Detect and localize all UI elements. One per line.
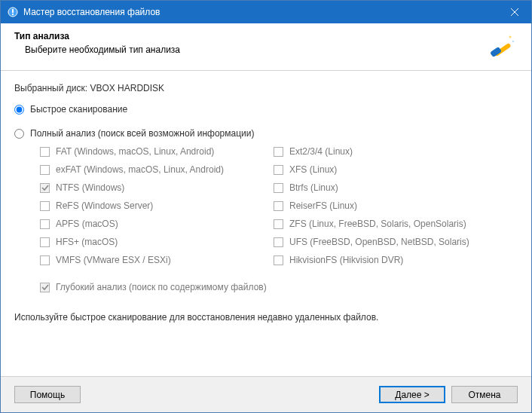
filesystem-label: exFAT (Windows, macOS, Linux, Android) (56, 164, 224, 175)
wizard-icon (488, 31, 518, 61)
deep-analysis-option[interactable]: Глубокий анализ (поиск по содержимому фа… (40, 282, 518, 292)
filesystem-label: ReFS (Windows Server) (56, 200, 153, 211)
selected-disk-label: Выбранный диск: VBOX HARDDISK (14, 83, 518, 93)
filesystem-checkbox[interactable] (274, 147, 283, 157)
filesystem-option[interactable]: XFS (Linux) (274, 164, 507, 175)
filesystem-label: Btrfs (Linux) (289, 182, 338, 193)
filesystem-checkbox[interactable] (274, 237, 283, 247)
svg-rect-6 (490, 47, 502, 58)
filesystem-label: FAT (Windows, macOS, Linux, Android) (56, 146, 214, 157)
page-title: Тип анализа (14, 31, 488, 41)
filesystem-label: UFS (FreeBSD, OpenBSD, NetBSD, Solaris) (289, 237, 469, 247)
help-button[interactable]: Помощь (14, 386, 81, 403)
filesystem-option[interactable]: HFS+ (macOS) (40, 237, 274, 247)
filesystem-checkbox[interactable] (274, 165, 283, 175)
filesystem-checkbox[interactable] (274, 255, 283, 265)
filesystem-option[interactable]: APFS (macOS) (40, 219, 274, 229)
svg-point-7 (509, 36, 512, 38)
filesystem-option[interactable]: NTFS (Windows) (40, 182, 274, 193)
filesystem-checkbox[interactable] (274, 219, 283, 229)
filesystem-checkbox[interactable] (40, 219, 50, 229)
filesystem-option[interactable]: ZFS (Linux, FreeBSD, Solaris, OpenSolari… (274, 219, 507, 229)
filesystem-option[interactable]: Ext2/3/4 (Linux) (274, 146, 507, 157)
deep-analysis-checkbox[interactable] (40, 283, 50, 292)
filesystem-checkbox[interactable] (40, 147, 50, 157)
filesystem-option[interactable]: FAT (Windows, macOS, Linux, Android) (40, 146, 274, 157)
filesystem-label: NTFS (Windows) (56, 182, 124, 193)
svg-point-8 (512, 41, 514, 42)
filesystem-option[interactable]: exFAT (Windows, macOS, Linux, Android) (40, 164, 274, 175)
filesystem-label: XFS (Linux) (289, 164, 337, 175)
filesystem-checkbox[interactable] (40, 201, 50, 211)
close-button[interactable] (497, 1, 531, 23)
filesystem-label: APFS (macOS) (56, 219, 118, 229)
wizard-content: Выбранный диск: VBOX HARDDISK Быстрое ск… (1, 71, 531, 376)
filesystem-column-left: FAT (Windows, macOS, Linux, Android)exFA… (40, 146, 274, 273)
scan-quick-radio[interactable] (14, 105, 24, 115)
filesystem-option[interactable]: ReFS (Windows Server) (40, 200, 274, 211)
scan-full-option[interactable]: Полный анализ (поиск всей возможной инфо… (14, 128, 518, 139)
wizard-footer: Помощь Далее > Отмена (1, 376, 531, 412)
window-title: Мастер восстановления файлов (23, 7, 497, 17)
cancel-button[interactable]: Отмена (451, 386, 518, 403)
wizard-header: Тип анализа Выберите необходимый тип ана… (1, 23, 531, 71)
scan-quick-option[interactable]: Быстрое сканирование (14, 104, 518, 115)
scan-full-radio[interactable] (14, 129, 24, 139)
filesystem-grid: FAT (Windows, macOS, Linux, Android)exFA… (40, 146, 507, 273)
filesystem-label: VMFS (VMware ESX / ESXi) (56, 255, 171, 265)
filesystem-checkbox[interactable] (274, 201, 283, 211)
page-subtitle: Выберите необходимый тип анализа (14, 44, 488, 55)
app-icon (7, 6, 19, 18)
filesystem-checkbox[interactable] (40, 237, 50, 247)
hint-text: Используйте быстрое сканирование для вос… (14, 312, 518, 323)
svg-rect-2 (12, 14, 14, 15)
filesystem-checkbox[interactable] (40, 183, 50, 193)
filesystem-checkbox[interactable] (40, 255, 50, 265)
filesystem-option[interactable]: Btrfs (Linux) (274, 182, 507, 193)
filesystem-option[interactable]: VMFS (VMware ESX / ESXi) (40, 255, 274, 265)
filesystem-label: Ext2/3/4 (Linux) (289, 146, 353, 157)
svg-rect-1 (12, 9, 14, 13)
next-button[interactable]: Далее > (379, 386, 445, 403)
filesystem-checkbox[interactable] (40, 165, 50, 175)
filesystem-column-right: Ext2/3/4 (Linux)XFS (Linux)Btrfs (Linux)… (274, 146, 507, 273)
scan-quick-label: Быстрое сканирование (30, 104, 127, 115)
close-icon (511, 8, 518, 16)
scan-full-label: Полный анализ (поиск всей возможной инфо… (30, 128, 254, 139)
filesystem-option[interactable]: HikvisionFS (Hikvision DVR) (274, 255, 507, 265)
wizard-header-text: Тип анализа Выберите необходимый тип ана… (14, 31, 488, 55)
filesystem-option[interactable]: UFS (FreeBSD, OpenBSD, NetBSD, Solaris) (274, 237, 507, 247)
titlebar: Мастер восстановления файлов (1, 1, 531, 23)
filesystem-label: HikvisionFS (Hikvision DVR) (289, 255, 403, 265)
filesystem-checkbox[interactable] (274, 183, 283, 193)
filesystem-option[interactable]: ReiserFS (Linux) (274, 200, 507, 211)
filesystem-label: ZFS (Linux, FreeBSD, Solaris, OpenSolari… (289, 219, 466, 229)
filesystem-label: ReiserFS (Linux) (289, 200, 357, 211)
filesystem-label: HFS+ (macOS) (56, 237, 118, 247)
deep-analysis-label: Глубокий анализ (поиск по содержимому фа… (56, 282, 267, 292)
